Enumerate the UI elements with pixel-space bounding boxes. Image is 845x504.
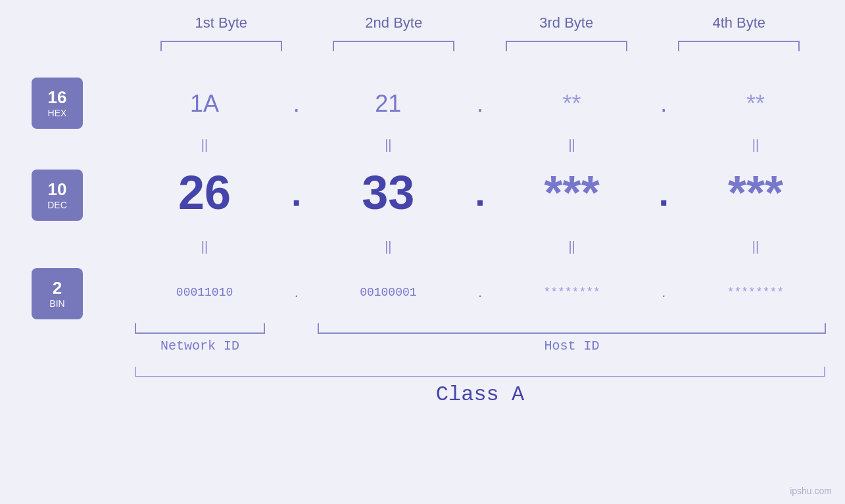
bin-badge-label: BIN bbox=[49, 298, 64, 309]
eq1-3: || bbox=[511, 137, 633, 152]
hex-dot-2: . bbox=[467, 90, 493, 118]
bin-val-4: ******** bbox=[727, 286, 784, 299]
eq2-1: || bbox=[144, 239, 266, 254]
hex-val-4: ** bbox=[746, 90, 765, 117]
dec-val-4: *** bbox=[728, 166, 783, 219]
hex-dot-1: . bbox=[283, 90, 310, 118]
bin-dot-1: . bbox=[283, 284, 310, 301]
header-byte1: 1st Byte bbox=[149, 14, 293, 32]
dec-badge-num: 10 bbox=[48, 179, 67, 200]
bin-cell-2: 00100001 bbox=[327, 286, 449, 299]
hex-cell-2: 21 bbox=[327, 90, 449, 118]
top-brackets bbox=[135, 41, 825, 51]
dec-val-2: 33 bbox=[362, 166, 414, 219]
dec-cell-1: 26 bbox=[144, 166, 266, 219]
network-bracket-bottom bbox=[135, 323, 265, 334]
hex-cell-1: 1A bbox=[144, 90, 266, 118]
eq1-1: || bbox=[144, 137, 266, 152]
dec-cell-2: 33 bbox=[327, 166, 449, 219]
bin-row: 00011010 . 00100001 . ******** . *******… bbox=[135, 266, 825, 319]
dec-badge: 10 DEC bbox=[32, 170, 83, 221]
hex-dot-3: . bbox=[650, 90, 677, 118]
watermark: ipshu.com bbox=[790, 486, 832, 496]
class-bracket bbox=[135, 367, 825, 377]
eq2-3: || bbox=[511, 239, 633, 254]
eq2-4: || bbox=[694, 239, 816, 254]
header-byte4: 4th Byte bbox=[667, 14, 811, 32]
bin-cell-4: ******** bbox=[694, 286, 816, 299]
hex-val-2: 21 bbox=[375, 90, 401, 117]
top-bracket-4 bbox=[678, 41, 800, 51]
top-bracket-3 bbox=[506, 41, 627, 51]
dec-cell-4: *** bbox=[694, 166, 816, 219]
dec-val-3: *** bbox=[544, 166, 600, 219]
equals-row-1: || || || || bbox=[135, 131, 825, 158]
bin-val-2: 00100001 bbox=[360, 286, 416, 299]
eq1-4: || bbox=[694, 137, 816, 152]
class-label: Class A bbox=[135, 382, 825, 407]
network-id-label: Network ID bbox=[135, 338, 265, 354]
header-byte2: 2nd Byte bbox=[322, 14, 466, 32]
hex-badge-label: HEX bbox=[48, 108, 67, 119]
dec-dot-2: . bbox=[467, 172, 493, 214]
dec-row: 26 . 33 . *** . *** bbox=[135, 156, 825, 229]
bin-badge: 2 BIN bbox=[32, 268, 83, 319]
hex-cell-4: ** bbox=[694, 90, 816, 118]
dec-dot-3: . bbox=[650, 172, 677, 214]
host-id-label: Host ID bbox=[318, 338, 826, 354]
top-bracket-1 bbox=[160, 41, 282, 51]
bin-val-3: ******** bbox=[543, 286, 600, 299]
top-bracket-2 bbox=[333, 41, 454, 51]
hex-cell-3: ** bbox=[511, 90, 633, 118]
header-byte3: 3rd Byte bbox=[494, 14, 639, 32]
hex-val-3: ** bbox=[563, 90, 581, 117]
bin-val-1: 00011010 bbox=[176, 286, 233, 299]
equals-row-2: || || || || bbox=[135, 233, 825, 260]
dec-badge-label: DEC bbox=[47, 200, 67, 211]
hex-badge: 16 HEX bbox=[32, 78, 83, 129]
host-bracket-bottom bbox=[318, 323, 826, 334]
byte-headers-row: 1st Byte 2nd Byte 3rd Byte 4th Byte bbox=[135, 14, 825, 32]
hex-row: 1A . 21 . ** . ** bbox=[135, 78, 825, 130]
hex-badge-num: 16 bbox=[48, 87, 67, 108]
eq2-2: || bbox=[327, 239, 449, 254]
eq1-2: || bbox=[327, 137, 449, 152]
dec-val-1: 26 bbox=[178, 166, 231, 219]
bin-dot-3: . bbox=[650, 284, 677, 301]
hex-val-1: 1A bbox=[190, 90, 219, 117]
dec-dot-1: . bbox=[283, 172, 310, 214]
bin-cell-3: ******** bbox=[511, 286, 633, 299]
dec-cell-3: *** bbox=[511, 166, 633, 219]
bin-dot-2: . bbox=[467, 284, 493, 301]
bin-cell-1: 00011010 bbox=[144, 286, 266, 299]
bin-badge-num: 2 bbox=[53, 278, 62, 298]
